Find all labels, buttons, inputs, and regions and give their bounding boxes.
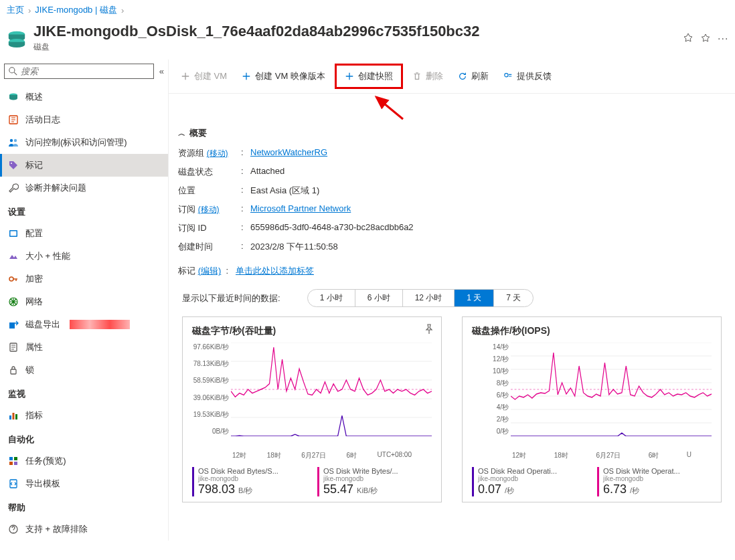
sidebar-item-metrics[interactable]: 指标 (0, 404, 168, 427)
time-filter-pills: 1 小时6 小时12 小时1 天7 天 (307, 289, 534, 307)
search-input[interactable] (21, 66, 149, 76)
trash-icon (412, 72, 422, 81)
legend-item: OS Disk Read Operati...jike-mongodb0.07 … (472, 467, 586, 496)
time-pill[interactable]: 6 小时 (355, 290, 403, 306)
chart-card: 磁盘字节/秒(吞吐量)97.66KiB/秒78.13KiB/秒58.59KiB/… (182, 316, 442, 502)
sidebar-item-help[interactable]: 支持 + 故障排除 (0, 518, 168, 541)
callout-arrow (169, 94, 735, 120)
delete-button: 删除 (407, 67, 448, 86)
sidebar-item-label: 属性 (25, 341, 43, 353)
legend-item: OS Disk Write Bytes/...jike-mongodb55.47… (317, 467, 432, 496)
time-pill[interactable]: 1 天 (455, 290, 494, 306)
sidebar-item-label: 锁 (25, 364, 34, 376)
svg-rect-10 (11, 231, 17, 236)
add-tags-link[interactable]: 单击此处以添加标签 (236, 266, 314, 276)
sidebar-item-wrench[interactable]: 诊断并解决问题 (0, 177, 168, 199)
sidebar-item-net[interactable]: 网络 (0, 290, 168, 313)
svg-rect-18 (15, 414, 17, 419)
sidebar-item-label: 标记 (25, 159, 43, 171)
chevron-right-icon: › (121, 5, 124, 15)
tag-icon (8, 160, 19, 171)
sidebar-item-lock[interactable]: 锁 (0, 359, 168, 381)
svg-rect-21 (9, 462, 13, 465)
chart-xaxis: 12时18时6月27日6时U (472, 450, 712, 460)
search-box[interactable] (4, 64, 154, 79)
time-filter-label: 显示以下最近时间的数据: (182, 292, 280, 304)
svg-rect-13 (9, 322, 15, 329)
chart-legend: OS Disk Read Operati...jike-mongodb0.07 … (472, 467, 712, 496)
sidebar-item-label: 活动日志 (25, 114, 60, 126)
chevron-right-icon: › (28, 5, 31, 15)
metrics-icon (8, 410, 19, 421)
create-snapshot-button[interactable]: 创建快照 (339, 67, 398, 86)
location-value: East Asia (区域 1) (250, 185, 726, 197)
resource-group-link[interactable]: NetworkWatcherRG (250, 147, 327, 157)
sidebar-item-tasks[interactable]: 任务(预览) (0, 450, 168, 472)
size-icon (8, 251, 19, 262)
svg-rect-20 (14, 457, 17, 460)
favorite-icon[interactable] (700, 33, 711, 43)
sidebar-item-disk[interactable]: 概述 (0, 86, 168, 108)
svg-point-7 (14, 139, 17, 142)
sidebar-item-tag[interactable]: 标记 (0, 154, 168, 177)
sidebar-item-label: 导出模板 (25, 478, 60, 490)
sidebar-item-label: 加密 (25, 273, 43, 285)
sidebar-item-log[interactable]: 活动日志 (0, 108, 168, 131)
legend-item: OS Disk Write Operat...jike-mongodb6.73 … (597, 467, 712, 496)
feedback-button[interactable]: 提供反馈 (498, 67, 557, 86)
edit-tags-link[interactable]: (编辑) (198, 266, 222, 276)
overview-section-header[interactable]: ︿ 概要 (169, 120, 735, 142)
time-pill[interactable]: 7 天 (494, 290, 533, 306)
net-icon (8, 296, 19, 307)
sidebar-item-label: 指标 (25, 409, 43, 422)
key-icon (8, 274, 19, 284)
toolbar: 创建 VM 创建 VM 映像版本 创建快照 删除 刷新 (169, 60, 735, 94)
people-icon (8, 137, 19, 148)
sidebar-item-people[interactable]: 访问控制(标识和访问管理) (0, 131, 168, 154)
sidebar-item-key[interactable]: 加密 (0, 268, 168, 290)
move-resource-group-link[interactable]: (移动) (207, 149, 228, 158)
breadcrumb-home[interactable]: 主页 (7, 4, 24, 16)
search-icon (9, 67, 17, 76)
sidebar-item-label: 配置 (25, 227, 43, 240)
plus-icon (345, 72, 354, 81)
svg-point-11 (9, 277, 13, 281)
sidebar-item-size[interactable]: 大小 + 性能 (0, 245, 168, 268)
chart-title: 磁盘操作/秒(IOPS) (472, 325, 712, 337)
pin-chart-icon[interactable] (424, 324, 434, 335)
refresh-button[interactable]: 刷新 (453, 67, 494, 86)
breadcrumb-parent[interactable]: JIKE-mongodb | 磁盘 (35, 4, 117, 16)
props-icon (8, 342, 19, 353)
nav-section-help: 帮助 (0, 495, 168, 518)
sidebar-item-template[interactable]: 导出模板 (0, 472, 168, 495)
sidebar-item-config[interactable]: 配置 (0, 222, 168, 245)
sidebar-item-label: 诊断并解决问题 (25, 182, 86, 194)
legend-item: OS Disk Read Bytes/S...jike-mongodb798.0… (192, 467, 307, 496)
create-image-button[interactable]: 创建 VM 映像版本 (236, 67, 331, 86)
time-pill[interactable]: 1 小时 (308, 290, 355, 306)
plus-icon (242, 72, 251, 81)
more-icon[interactable]: ··· (718, 33, 728, 43)
disk-icon (7, 28, 27, 48)
svg-rect-19 (9, 457, 13, 460)
subscription-id-value: 655986d5-3df0-4648-a730-bc28acdbb6a2 (250, 222, 726, 234)
move-subscription-link[interactable]: (移动) (198, 205, 220, 214)
sidebar-item-export[interactable]: 磁盘导出 (0, 313, 168, 336)
help-icon (8, 524, 19, 535)
collapse-sidebar-icon[interactable]: « (159, 66, 164, 76)
export-icon (8, 319, 19, 330)
plus-icon (181, 72, 190, 81)
pin-icon[interactable] (683, 33, 693, 43)
svg-rect-22 (14, 462, 17, 465)
chevron-up-icon: ︿ (178, 128, 185, 138)
tags-row: 标记 (编辑) : 单击此处以添加标签 (169, 256, 735, 286)
template-icon (8, 478, 19, 489)
sidebar-item-props[interactable]: 属性 (0, 336, 168, 359)
svg-line-3 (14, 72, 17, 75)
breadcrumb: 主页 › JIKE-mongodb | 磁盘 › (0, 0, 735, 20)
subscription-link[interactable]: Microsoft Partner Network (250, 203, 351, 213)
sidebar-item-label: 大小 + 性能 (25, 250, 70, 262)
page-subtitle: 磁盘 (33, 41, 676, 53)
tasks-icon (8, 456, 19, 466)
time-pill[interactable]: 12 小时 (403, 290, 455, 306)
